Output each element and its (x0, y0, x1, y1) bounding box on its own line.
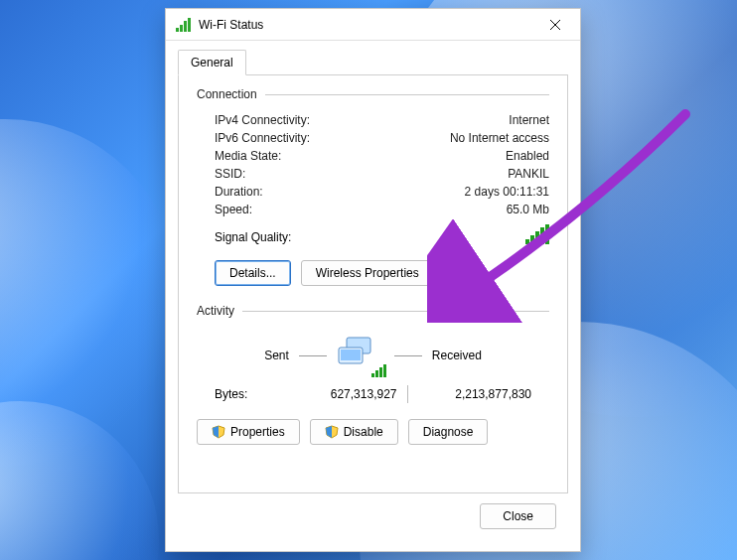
bytes-sent-value: 627,313,927 (284, 387, 397, 401)
group-connection-label: Connection (197, 87, 257, 101)
received-label: Received (432, 349, 482, 362)
row-media-state: Media State: Enabled (197, 147, 549, 165)
wifi-signal-icon (176, 18, 191, 32)
row-ipv6: IPv6 Connectivity: No Internet access (197, 129, 549, 147)
row-speed: Speed: 65.0 Mb (197, 201, 549, 218)
bytes-received-value: 2,213,877,830 (419, 387, 532, 401)
disable-button[interactable]: Disable (310, 419, 398, 445)
close-window-button[interactable] (534, 10, 576, 40)
properties-button[interactable]: Properties (197, 419, 300, 445)
ssid-label: SSID: (215, 167, 245, 181)
details-button-label: Details... (229, 266, 276, 280)
tab-panel-general: Connection IPv4 Connectivity: Internet I… (178, 74, 568, 493)
properties-button-label: Properties (230, 425, 285, 439)
network-monitors-icon (337, 336, 384, 375)
wireless-properties-button-label: Wireless Properties (316, 266, 419, 280)
bytes-row: Bytes: 627,313,927 2,213,877,830 (215, 385, 531, 403)
sent-received-row: Sent Received (215, 336, 531, 375)
titlebar: Wi-Fi Status (166, 9, 580, 41)
svg-rect-4 (341, 350, 361, 360)
wifi-status-dialog: Wi-Fi Status General Connection IPv4 Con… (165, 8, 581, 552)
dialog-footer: Close (178, 493, 568, 539)
duration-value: 2 days 00:11:31 (465, 185, 549, 199)
row-signal-quality: Signal Quality: (197, 218, 549, 250)
speed-label: Speed: (215, 203, 252, 216)
row-duration: Duration: 2 days 00:11:31 (197, 183, 549, 201)
sent-label: Sent (264, 349, 289, 362)
group-activity-header: Activity (197, 304, 549, 318)
signal-bars-icon (525, 224, 549, 244)
tabstrip: General (178, 50, 568, 75)
group-activity-label: Activity (197, 304, 234, 318)
media-label: Media State: (215, 149, 281, 163)
ipv6-label: IPv6 Connectivity: (215, 131, 310, 145)
window-title: Wi-Fi Status (199, 18, 534, 32)
speed-value: 65.0 Mb (507, 203, 549, 216)
ipv4-label: IPv4 Connectivity: (215, 113, 310, 127)
diagnose-button[interactable]: Diagnose (408, 419, 489, 445)
disable-button-label: Disable (344, 425, 383, 439)
bytes-label: Bytes: (215, 387, 284, 401)
row-ipv4: IPv4 Connectivity: Internet (197, 111, 549, 129)
ipv6-value: No Internet access (450, 131, 549, 145)
diagnose-button-label: Diagnose (423, 425, 474, 439)
wireless-properties-button[interactable]: Wireless Properties (301, 260, 434, 286)
close-icon (550, 20, 560, 30)
signal-label: Signal Quality: (215, 230, 291, 244)
tab-general[interactable]: General (178, 50, 246, 75)
details-button[interactable]: Details... (215, 260, 291, 286)
close-button[interactable]: Close (480, 503, 556, 529)
close-button-label: Close (503, 509, 533, 523)
ipv4-value: Internet (509, 113, 549, 127)
dialog-content: General Connection IPv4 Connectivity: In… (166, 41, 580, 551)
row-ssid: SSID: PANKIL (197, 165, 549, 183)
media-value: Enabled (506, 149, 549, 163)
ssid-value: PANKIL (508, 167, 549, 181)
shield-icon (325, 425, 339, 439)
group-connection-header: Connection (197, 87, 549, 101)
shield-icon (212, 425, 225, 439)
duration-label: Duration: (215, 185, 263, 199)
